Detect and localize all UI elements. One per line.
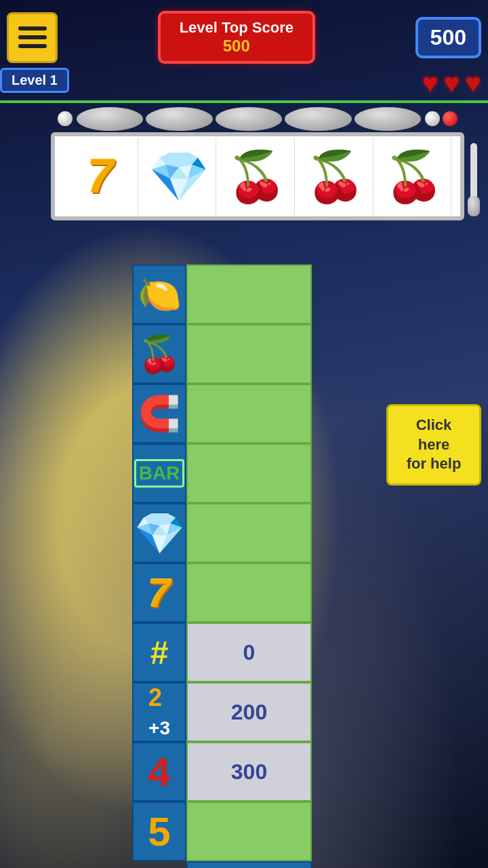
heart-1: ♥: [422, 68, 439, 98]
total-row: 500: [132, 861, 312, 868]
separator-line: [0, 100, 488, 103]
value-lemon: [186, 264, 312, 324]
reel-4: 🍒: [299, 138, 373, 216]
reel-3-symbol: 🍒: [226, 148, 287, 205]
value-any: 0: [186, 623, 312, 682]
help-button[interactable]: Click here for help: [386, 404, 481, 486]
reel-4-symbol: 🍒: [305, 148, 366, 205]
reel-5: 🍒: [377, 138, 451, 216]
symbol-diamond: 💎: [132, 503, 186, 563]
level-top-score-value: 500: [180, 37, 293, 56]
table-row-lemon: 🍋: [132, 264, 312, 324]
scroll-handle[interactable]: [467, 136, 481, 216]
lives-display: ♥ ♥ ♥: [422, 68, 481, 98]
value-2plus3-text: 200: [231, 700, 267, 725]
table-row-4: 4 300: [132, 742, 312, 802]
current-score-value: 500: [430, 25, 466, 50]
ball-5[interactable]: [354, 107, 421, 131]
scroll-thumb[interactable]: [468, 196, 480, 216]
level-badge: Level 1: [0, 68, 69, 93]
header: Level Top Score 500 500: [0, 0, 488, 68]
table-row-horseshoe: 🧲: [132, 384, 312, 443]
level-top-score-label: Level Top Score: [180, 19, 293, 37]
total-value-cell: 500: [186, 861, 312, 868]
value-cherry: [186, 324, 312, 384]
value-5: [186, 802, 312, 861]
symbol-5: 5: [132, 802, 186, 861]
menu-button[interactable]: [7, 12, 58, 63]
menu-icon: [18, 26, 47, 48]
help-button-line2: for help: [401, 454, 467, 474]
symbol-cherry: 🍒: [132, 324, 186, 384]
value-horseshoe: [186, 384, 312, 443]
scroll-track: [470, 143, 477, 216]
value-bar: [186, 443, 312, 503]
current-score-box: 500: [415, 17, 481, 58]
reel-2: 💎: [142, 138, 216, 216]
symbol-any: #: [132, 623, 186, 682]
value-seven: [186, 563, 312, 623]
balls-row: [51, 105, 464, 132]
reel-1-symbol: 7: [87, 149, 114, 203]
value-2plus3: 200: [186, 682, 312, 742]
ball-2[interactable]: [146, 107, 212, 131]
value-4-text: 300: [231, 760, 267, 785]
symbol-horseshoe: 🧲: [132, 384, 186, 443]
table-row-bar: BAR: [132, 443, 312, 503]
reel-1: 7: [64, 138, 138, 216]
table-row-diamond: 💎: [132, 503, 312, 563]
symbol-lemon: 🍋: [132, 264, 186, 324]
reel-2-symbol: 💎: [148, 148, 209, 205]
ball-right-red: [443, 111, 458, 126]
symbol-4: 4: [132, 742, 186, 802]
table-row-any: # 0: [132, 623, 312, 682]
reel-5-symbol: 🍒: [384, 148, 445, 205]
value-any-text: 0: [243, 640, 256, 665]
ball-3[interactable]: [216, 107, 282, 131]
heart-3: ♥: [465, 68, 481, 98]
value-diamond: [186, 503, 312, 563]
ball-1[interactable]: [77, 107, 143, 131]
symbol-bar: BAR: [132, 443, 186, 503]
table-row-5: 5: [132, 802, 312, 861]
ball-right-white: [425, 111, 440, 126]
score-table: 🍋 🍒 🧲 BAR 💎 7 # 0: [132, 264, 312, 868]
table-row-cherry: 🍒: [132, 324, 312, 384]
ball-4[interactable]: [285, 107, 351, 131]
total-empty: [132, 861, 186, 868]
table-row-2plus3: 2+3 200: [132, 682, 312, 742]
level-top-score-panel: Level Top Score 500: [158, 11, 315, 64]
ball-left: [58, 111, 73, 126]
help-button-line1: Click here: [401, 416, 467, 454]
level-indicator: Level 1: [0, 68, 69, 93]
reel-3: 🍒: [220, 138, 295, 216]
slot-machine: 7 💎 🍒 🍒 🍒: [51, 105, 464, 224]
symbol-2plus3: 2+3: [132, 682, 186, 742]
reels-container: 7 💎 🍒 🍒 🍒: [51, 132, 464, 220]
heart-2: ♥: [444, 68, 460, 98]
value-4: 300: [186, 742, 312, 802]
symbol-seven: 7: [132, 563, 186, 623]
table-row-seven: 7: [132, 563, 312, 623]
